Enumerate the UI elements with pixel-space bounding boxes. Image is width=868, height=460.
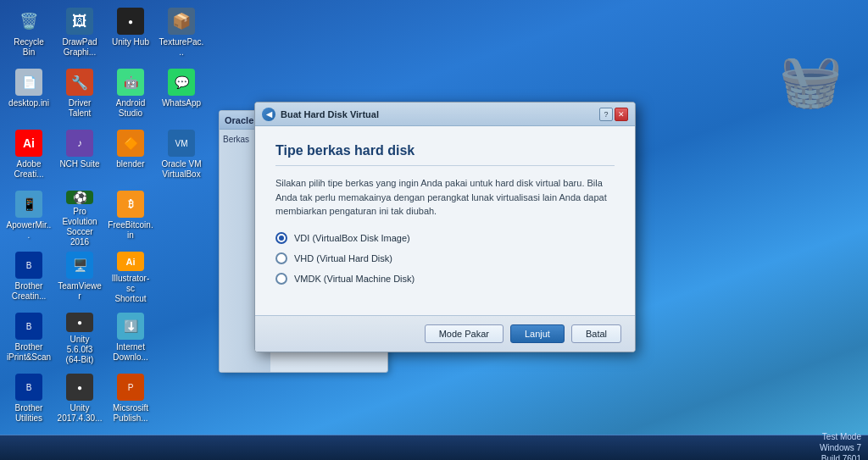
icon-whatsapp[interactable]: 💬 WhatsApp	[157, 65, 206, 125]
taskbar: Test Mode Windows 7 Build 7601	[0, 435, 868, 460]
icon-brother-creatin[interactable]: B BrotherCreatin...	[4, 248, 53, 308]
icon-freebitcoin[interactable]: ₿ FreeBitcoin.in	[106, 187, 155, 247]
icon-recycle-bin[interactable]: 🗑️ Recycle Bin	[4, 4, 53, 64]
batal-button[interactable]: Batal	[571, 324, 621, 343]
icon-label-drawpad: DrawPadGraphi...	[62, 37, 97, 58]
icon-label-freebitcoin: FreeBitcoin.in	[108, 220, 153, 241]
dialog-title-icon: ◀	[262, 108, 275, 121]
radio-vmdk-circle	[275, 273, 287, 285]
icon-label-brother-iprint: BrotheriPrint&Scan	[7, 342, 51, 363]
icon-internet-downl[interactable]: ⬇️ InternetDownlo...	[106, 309, 155, 369]
icon-pro-evolution[interactable]: ⚽ Pro EvolutionSoccer 2016	[55, 187, 104, 247]
radio-vdi-circle	[275, 232, 287, 244]
icon-label-recycle-bin: Recycle Bin	[8, 37, 50, 58]
close-button[interactable]: ✕	[615, 108, 628, 121]
taskbar-test-mode: Test Mode	[822, 432, 861, 441]
icon-label-brother-creatin: BrotherCreatin...	[12, 281, 47, 302]
icon-label-whatsapp: WhatsApp	[162, 98, 201, 108]
help-icon: ?	[604, 110, 608, 119]
icon-brother-util[interactable]: B BrotherUtilities	[4, 370, 53, 430]
lanjut-button[interactable]: Lanjut	[510, 324, 565, 343]
close-icon: ✕	[618, 110, 625, 119]
disk-type-radio-group: VDI (VirtualBox Disk Image) VHD (Virtual…	[275, 232, 615, 285]
taskbar-windows: Windows 7	[820, 443, 861, 452]
dialog-title-text: Buat Hard Disk Virtual	[281, 109, 379, 119]
icon-label-blender: blender	[116, 159, 144, 169]
taskbar-build: Build 7601	[821, 454, 861, 460]
icon-oracle-vm[interactable]: VM Oracle VMVirtualBox	[157, 126, 206, 186]
radio-vdi[interactable]: VDI (VirtualBox Disk Image)	[275, 232, 615, 244]
icon-label-ms-publisher: MicsrosiftPublish...	[113, 403, 148, 424]
icon-desktop-ini[interactable]: 📄 desktop.ini	[4, 65, 53, 125]
dialog-titlebar: ◀ Buat Hard Disk Virtual ? ✕	[255, 103, 635, 126]
icon-label-unity-5803: Unity 5.6.0f3(64-Bit)	[58, 335, 101, 365]
dialog-title-left: ◀ Buat Hard Disk Virtual	[262, 108, 379, 121]
deco-basket: 🧺	[779, 51, 843, 111]
taskbar-right: Test Mode Windows 7 Build 7601	[820, 431, 868, 460]
icon-label-teamviewer: TeamViewer	[57, 281, 103, 302]
desktop: 🗑️ Recycle Bin 🖼 DrawPadGraphi... ● Unit…	[0, 0, 868, 460]
icon-blender[interactable]: 🔶 blender	[106, 126, 155, 186]
icon-label-nch: NCH Suite	[59, 159, 99, 169]
icon-label-adobe: AdobeCreati...	[14, 159, 43, 180]
icon-android-studio[interactable]: 🤖 AndroidStudio	[106, 65, 155, 125]
back-icon: ◀	[266, 110, 272, 119]
dialog-content: Tipe berkas hard disk Silakan pilih tipe…	[255, 126, 635, 315]
dialog-description: Silakan pilih tipe berkas yang ingin And…	[275, 176, 615, 219]
icon-nch[interactable]: ♪ NCH Suite	[55, 126, 104, 186]
icon-label-unity-hub: Unity Hub	[112, 37, 149, 47]
taskbar-system-info: Test Mode Windows 7 Build 7601	[820, 431, 861, 460]
icon-label-unity-2017: Unity2017.4.30...	[58, 403, 103, 424]
icon-ms-publisher[interactable]: P MicsrosiftPublish...	[106, 370, 155, 430]
radio-vdi-label: VDI (VirtualBox Disk Image)	[294, 233, 410, 243]
icon-label-driver-talent: Driver Talent	[58, 98, 101, 119]
icon-unity-5803[interactable]: ● Unity 5.6.0f3(64-Bit)	[55, 309, 104, 369]
radio-vhd-circle	[275, 252, 287, 264]
icon-label-brother-util: BrotherUtilities	[15, 403, 43, 424]
icon-label-desktop-ini: desktop.ini	[8, 98, 49, 108]
dialog-footer: Mode Pakar Lanjut Batal	[255, 315, 635, 352]
dialog-titlebar-buttons: ? ✕	[599, 108, 628, 121]
radio-vhd[interactable]: VHD (Virtual Hard Disk)	[275, 252, 615, 264]
icon-label-texture-pac: TexturePac...	[159, 37, 204, 58]
radio-vhd-label: VHD (Virtual Hard Disk)	[294, 253, 392, 263]
radio-vmdk[interactable]: VMDK (Virtual Machine Disk)	[275, 273, 615, 285]
icon-label-internet-downl: InternetDownlo...	[113, 342, 148, 363]
icon-adobe[interactable]: Ai AdobeCreati...	[4, 126, 53, 186]
dialog-heading: Tipe berkas hard disk	[275, 143, 615, 166]
icon-drawpad[interactable]: 🖼 DrawPadGraphi...	[55, 4, 104, 64]
vbox-title-text: Oracle	[225, 115, 253, 125]
icon-unity-hub[interactable]: ● Unity Hub	[106, 4, 155, 64]
desktop-icon-grid: 🗑️ Recycle Bin 🖼 DrawPadGraphi... ● Unit…	[4, 4, 206, 460]
radio-vdi-dot	[279, 236, 284, 241]
icon-unity-2017[interactable]: ● Unity2017.4.30...	[55, 370, 104, 430]
help-button[interactable]: ?	[599, 108, 613, 121]
radio-vmdk-label: VMDK (Virtual Machine Disk)	[294, 274, 415, 284]
icon-teamviewer[interactable]: 🖥️ TeamViewer	[55, 248, 104, 308]
icon-label-pro-evolution: Pro EvolutionSoccer 2016	[58, 207, 101, 247]
icon-brother-iprint[interactable]: B BrotheriPrint&Scan	[4, 309, 53, 369]
icon-driver-talent[interactable]: 🔧 Driver Talent	[55, 65, 104, 125]
icon-texture-pac[interactable]: 📦 TexturePac...	[157, 4, 206, 64]
icon-apowermirror[interactable]: 📱 ApowerMir...	[4, 187, 53, 247]
icon-illustrator-sc[interactable]: Ai Illustrator-scShortcut	[106, 248, 155, 308]
icon-label-illustrator-sc: Illustrator-scShortcut	[109, 274, 152, 304]
icon-label-oracle-vm: Oracle VMVirtualBox	[161, 159, 201, 180]
create-virtual-disk-dialog: ◀ Buat Hard Disk Virtual ? ✕ Tipe berkas…	[254, 102, 636, 352]
mode-pakar-button[interactable]: Mode Pakar	[425, 324, 504, 343]
icon-label-android-studio: AndroidStudio	[116, 98, 145, 119]
icon-label-apowermirror: ApowerMir...	[6, 220, 52, 241]
